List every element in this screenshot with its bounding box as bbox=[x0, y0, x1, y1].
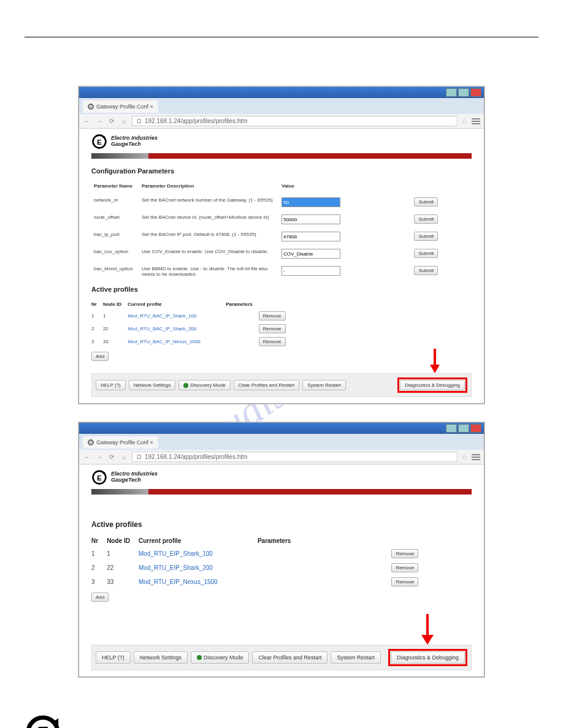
discovery-mode-button[interactable]: Discovery Mode bbox=[191, 651, 250, 664]
col-nr: Nr bbox=[91, 535, 107, 547]
browser-tab[interactable]: G Gateway Profile Conf × bbox=[83, 436, 158, 449]
address-bar[interactable]: 🗋 192.168.1.24/app/profiles/profiles.htm bbox=[132, 116, 458, 126]
param-input-cov[interactable] bbox=[282, 249, 340, 259]
help-button[interactable]: HELP (?) bbox=[96, 380, 126, 390]
cell-node: 1 bbox=[103, 309, 128, 322]
forward-icon[interactable]: → bbox=[95, 453, 104, 461]
diagnostics-button[interactable]: Diagnostics & Debugging bbox=[391, 651, 465, 664]
param-row: node_offsetSet the BACnet device id. (no… bbox=[91, 211, 472, 228]
col-param-value: Value bbox=[279, 181, 412, 194]
clear-profiles-button[interactable]: Clear Profiles and Restart bbox=[252, 651, 327, 664]
cell-profile[interactable]: Mod_RTU_EIP_Shark_200 bbox=[139, 561, 258, 575]
cell-nr: 3 bbox=[91, 335, 103, 348]
profiles-heading: Active profiles bbox=[91, 520, 472, 529]
logo-line2: GaugeTech bbox=[111, 477, 158, 483]
tab-favicon: G bbox=[88, 104, 94, 110]
remove-button[interactable]: Remove bbox=[259, 337, 286, 346]
profile-row: 333Mod_RTU_EIP_Nexus_1500Remove bbox=[91, 575, 427, 589]
home-icon[interactable]: ⌂ bbox=[120, 453, 128, 461]
submit-button[interactable]: Submit bbox=[414, 249, 438, 258]
browser-tab[interactable]: G Gateway Profile Conf × bbox=[83, 100, 158, 113]
config-heading: Configuration Parameters bbox=[91, 167, 472, 175]
network-settings-button[interactable]: Network Settings bbox=[134, 651, 188, 664]
profile-row: 222Mod_RTU_BAC_IP_Shark_200Remove bbox=[91, 322, 292, 335]
param-name: bac_bbmd_option bbox=[91, 262, 139, 281]
url-text: 192.168.1.24/app/profiles/profiles.htm bbox=[145, 453, 247, 460]
system-restart-button[interactable]: System Restart bbox=[331, 651, 381, 664]
param-input-network[interactable] bbox=[282, 197, 340, 207]
system-restart-button[interactable]: System Restart bbox=[302, 380, 346, 390]
eig-logo-icon: E bbox=[91, 469, 107, 485]
param-row: bac_ip_portSet the BACnet IP port. Defau… bbox=[91, 228, 472, 245]
submit-button[interactable]: Submit bbox=[414, 232, 438, 241]
submit-button[interactable]: Submit bbox=[414, 266, 438, 275]
svg-text:G: G bbox=[90, 441, 93, 444]
window-titlebar bbox=[79, 87, 484, 98]
param-desc: Use BBMD to enable. Use - to disable. Th… bbox=[139, 262, 279, 281]
top-rule bbox=[25, 37, 538, 37]
cell-profile[interactable]: Mod_RTU_BAC_IP_Shark_100 bbox=[128, 309, 226, 322]
cell-profile[interactable]: Mod_RTU_BAC_IP_Nexus_1500 bbox=[128, 335, 226, 348]
svg-marker-11 bbox=[421, 635, 434, 645]
discovery-label: Discovery Mode bbox=[204, 654, 243, 661]
browser-toolbar: ← → ⟳ ⌂ 🗋 192.168.1.24/app/profiles/prof… bbox=[79, 450, 484, 464]
forward-icon[interactable]: → bbox=[95, 117, 104, 126]
submit-button[interactable]: Submit bbox=[414, 197, 438, 207]
remove-button[interactable]: Remove bbox=[259, 311, 286, 320]
diagnostics-button[interactable]: Diagnostics & Debugging bbox=[400, 380, 465, 390]
back-icon[interactable]: ← bbox=[83, 117, 91, 126]
callout-arrow-icon bbox=[420, 614, 435, 645]
param-input-bbmd[interactable] bbox=[282, 266, 340, 276]
remove-button[interactable]: Remove bbox=[259, 324, 286, 333]
color-banner bbox=[91, 153, 472, 159]
cell-profile[interactable]: Mod_RTU_EIP_Shark_100 bbox=[139, 547, 258, 561]
add-button[interactable]: Add bbox=[91, 593, 109, 602]
svg-text:G: G bbox=[90, 105, 93, 108]
menu-icon[interactable] bbox=[472, 118, 480, 124]
cell-node: 22 bbox=[103, 322, 128, 335]
tab-title: Gateway Profile Conf bbox=[96, 439, 148, 446]
home-icon[interactable]: ⌂ bbox=[120, 117, 128, 126]
col-nr: Nr bbox=[91, 299, 103, 309]
config-table: Parameter Name Parameter Description Val… bbox=[91, 181, 472, 281]
back-icon[interactable]: ← bbox=[83, 453, 91, 461]
col-param-desc: Parameter Description bbox=[139, 181, 279, 194]
submit-button[interactable]: Submit bbox=[414, 214, 438, 224]
profile-row: 222Mod_RTU_EIP_Shark_200Remove bbox=[91, 561, 427, 575]
discovery-mode-button[interactable]: Discovery Mode bbox=[178, 380, 230, 390]
param-name: bac_cov_option bbox=[91, 245, 139, 262]
add-button[interactable]: Add bbox=[91, 352, 109, 361]
menu-icon[interactable] bbox=[472, 454, 480, 460]
footer-toolbar: HELP (?) Network Settings Discovery Mode… bbox=[91, 373, 472, 397]
col-param-name: Parameter Name bbox=[91, 181, 139, 194]
logo-line2: GaugeTech bbox=[111, 142, 158, 148]
profiles-table: NrNode IDCurrent profileParameters 11Mod… bbox=[91, 535, 427, 589]
param-input-port[interactable] bbox=[282, 232, 340, 241]
param-input-offset[interactable] bbox=[282, 214, 340, 224]
col-params: Parameters bbox=[258, 535, 299, 547]
browser-toolbar: ← → ⟳ ⌂ 🗋 192.168.1.24/app/profiles/prof… bbox=[79, 114, 484, 129]
cell-node: 1 bbox=[107, 547, 139, 561]
network-settings-button[interactable]: Network Settings bbox=[129, 380, 175, 390]
profiles-table: NrNode IDCurrent profileParameters 11Mod… bbox=[91, 299, 292, 348]
discovery-label: Discovery Mode bbox=[190, 382, 225, 388]
col-params: Parameters bbox=[226, 299, 259, 309]
remove-button[interactable]: Remove bbox=[391, 577, 418, 586]
help-button[interactable]: HELP (?) bbox=[96, 651, 131, 664]
bookmark-icon[interactable]: ☆ bbox=[461, 453, 468, 461]
profiles-heading: Active profiles bbox=[91, 286, 472, 293]
address-bar[interactable]: 🗋 192.168.1.24/app/profiles/profiles.htm bbox=[132, 452, 458, 462]
remove-button[interactable]: Remove bbox=[391, 549, 418, 558]
param-row: bac_cov_optionUse COV_Enable to enable. … bbox=[91, 245, 472, 262]
clear-profiles-button[interactable]: Clear Profiles and Restart bbox=[234, 380, 300, 390]
brand-header: E Electro IndustriesGaugeTech bbox=[91, 469, 472, 485]
reload-icon[interactable]: ⟳ bbox=[107, 453, 116, 461]
cell-profile[interactable]: Mod_RTU_BAC_IP_Shark_200 bbox=[128, 322, 226, 335]
bookmark-icon[interactable]: ☆ bbox=[461, 117, 468, 126]
reload-icon[interactable]: ⟳ bbox=[107, 117, 116, 126]
cell-node: 22 bbox=[107, 561, 139, 575]
remove-button[interactable]: Remove bbox=[391, 563, 418, 572]
cell-profile[interactable]: Mod_RTU_EIP_Nexus_1500 bbox=[139, 575, 258, 589]
callout-arrow-icon bbox=[429, 349, 441, 373]
brand-header: E Electro IndustriesGaugeTech bbox=[91, 134, 472, 150]
